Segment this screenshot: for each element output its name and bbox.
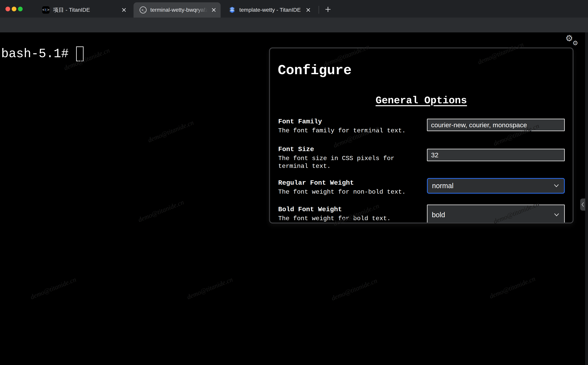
font-size-input[interactable]: [427, 149, 565, 161]
tab-terminal-wetty[interactable]: >_ terminal-wetty-bwqryafz - Tita: [133, 2, 221, 18]
tab-separator: [319, 6, 319, 14]
watermark: demo@titanide.cn: [29, 276, 77, 301]
select-value: normal: [432, 182, 454, 190]
regular-font-weight-select[interactable]: normal: [427, 178, 565, 194]
close-tab-icon[interactable]: [210, 6, 218, 14]
logo-bracket-right: >: [47, 8, 49, 12]
terminal-prompt: bash-5.1#: [1, 46, 69, 62]
bold-font-weight-label: Bold Font Weight: [278, 206, 342, 213]
maximize-window-button[interactable]: [18, 7, 23, 11]
terminal-icon: >_: [139, 6, 147, 14]
regular-font-weight-description: The font weight for non-bold text.: [278, 188, 417, 196]
tab-strip: <t> 项目 - TitanIDE >_ terminal-wetty-bwqr…: [0, 0, 588, 18]
bold-font-weight-select[interactable]: bold: [427, 204, 565, 224]
font-family-description: The font family for terminal text.: [278, 127, 417, 135]
select-value: bold: [432, 211, 445, 219]
terminal-cursor: [76, 46, 84, 61]
close-tab-icon[interactable]: [304, 6, 312, 14]
svg-text:>_: >_: [141, 9, 146, 12]
chevron-down-icon: [553, 184, 559, 188]
font-family-input[interactable]: [427, 119, 565, 131]
watermark: demo@titanide.cn: [147, 119, 195, 144]
bold-font-weight-description: The font weight for bold text.: [278, 215, 417, 223]
chevron-down-icon: [554, 213, 560, 217]
tab-title: template-wetty - TitanIDE: [239, 7, 304, 13]
settings-gear-icon[interactable]: ⚙: [565, 34, 573, 42]
settings-gear-icon-small[interactable]: ⚙: [572, 40, 578, 46]
configure-panel: Configure General Options Font Family Th…: [269, 47, 574, 224]
svg-text:</>: </>: [231, 8, 233, 10]
watermark: demo@titanide.cn: [489, 275, 536, 300]
logo-letter: t: [45, 8, 47, 12]
browser-toolbar: try.titanide.cn/ide/web/coding/terminal-…: [0, 18, 588, 32]
close-tab-icon[interactable]: [120, 6, 128, 14]
tab-title: terminal-wetty-bwqryafz - Tita: [150, 7, 210, 13]
titanide-logo-icon: <t>: [42, 6, 49, 14]
tab-title: 项目 - TitanIDE: [53, 6, 120, 14]
tab-project[interactable]: <t> 项目 - TitanIDE: [34, 2, 131, 18]
logo-bracket-left: <: [42, 8, 45, 12]
watermark: demo@titanide.cn: [63, 47, 111, 72]
new-tab-button[interactable]: [322, 4, 333, 15]
watermark: demo@titanide.cn: [137, 198, 185, 224]
watermark: demo@titanide.cn: [186, 276, 234, 301]
section-heading: General Options: [270, 95, 573, 106]
font-size-description: The font size in CSS pixels for terminal…: [278, 154, 417, 170]
panel-title: Configure: [278, 63, 352, 78]
scrollbar-track[interactable]: [585, 32, 588, 365]
browser-window: <t> 项目 - TitanIDE >_ terminal-wetty-bwqr…: [0, 0, 588, 365]
font-family-label: Font Family: [278, 118, 322, 125]
terminal-page[interactable]: bash-5.1# ⚙ ⚙ Configure General Options …: [0, 32, 588, 365]
layers-icon: </>: [228, 6, 236, 14]
chevron-left-icon: [581, 202, 584, 207]
regular-font-weight-label: Regular Font Weight: [278, 179, 354, 187]
watermark: demo@titanide.cn: [330, 277, 378, 302]
close-window-button[interactable]: [6, 7, 10, 11]
tab-template-wetty[interactable]: </> template-wetty - TitanIDE: [221, 2, 315, 18]
minimize-window-button[interactable]: [12, 7, 16, 11]
title-fade: [196, 7, 210, 13]
font-size-label: Font Size: [278, 146, 314, 153]
collapse-sidebar-handle[interactable]: [580, 198, 585, 211]
